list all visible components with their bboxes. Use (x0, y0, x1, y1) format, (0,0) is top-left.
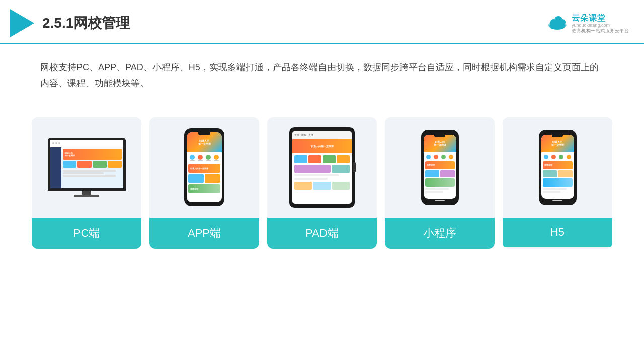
card-pc-label: PC端 (32, 218, 141, 249)
svg-point-8 (550, 25, 565, 30)
phone-card-text-2: 推荐课程 (190, 188, 198, 190)
card-app-image: 职通人的第一堂网课 (149, 117, 259, 218)
pad-block (323, 155, 336, 163)
phone-small-card (188, 174, 204, 183)
card-app: 职通人的第一堂网课 (149, 117, 259, 249)
h5-screen-banner: 职通人的第一堂网课 (541, 135, 574, 152)
phone-icons-row (188, 154, 220, 162)
pc-mini-card (93, 161, 107, 168)
description-text: 网校支持PC、APP、PAD、小程序、H5，实现多端打通，产品各终端自由切换，数… (0, 44, 644, 102)
card-h5: 职通人的第一堂网课 推荐课程 (503, 117, 612, 249)
pc-nav-bar (50, 140, 123, 147)
pc-nav-dot (58, 142, 60, 144)
mini-screen-banner: 职通人的第一堂网课 (424, 135, 456, 152)
card-h5-label: H5 (503, 218, 612, 247)
phone-screen: 职通人的第一堂网课 (187, 132, 222, 202)
pc-base (74, 195, 99, 197)
phone-icon-label (214, 160, 219, 161)
phone-content: 职通人的第一堂网课 推荐课程 (187, 152, 222, 195)
mini-screen-content: 推荐课程 (424, 152, 456, 194)
h5-icons-row (543, 154, 573, 160)
pad-block (294, 155, 307, 163)
mini-card-2 (425, 178, 455, 187)
pad-banner: 职通人的第一堂网课 (292, 139, 352, 153)
pc-row-line (63, 170, 116, 172)
logo-triangle-icon (10, 9, 34, 37)
pc-cards-row (63, 161, 122, 168)
brand-logo: 云朵课堂 yunduoketang.com 教育机构一站式服务云平台 (546, 13, 629, 34)
pad-block-d (313, 182, 331, 190)
phone-device-mockup: 职通人的第一堂网课 (184, 128, 224, 206)
pad-text-row-2 (294, 178, 328, 180)
card-h5-image: 职通人的第一堂网课 推荐课程 (503, 117, 612, 218)
h5-device-mockup: 职通人的第一堂网课 推荐课程 (539, 130, 577, 205)
phone-icon-circle (190, 155, 195, 160)
phone-icon-item (198, 155, 203, 161)
pad-screen-top: 首页课程直播 (292, 131, 352, 139)
card-pc: 职通人的第一堂网课 (32, 117, 141, 249)
h5-icon (567, 155, 571, 159)
mini-card-1: 推荐课程 (425, 161, 455, 169)
pc-rows (63, 170, 122, 177)
h5-small-card (558, 170, 573, 177)
card-miniprogram: 职通人的第一堂网课 推荐课程 (385, 117, 495, 249)
header-right: 云朵课堂 yunduoketang.com 教育机构一站式服务云平台 (546, 13, 629, 34)
h5-text-line-2 (543, 191, 560, 193)
card-app-label: APP端 (149, 218, 259, 249)
pad-row (294, 155, 350, 163)
h5-icon (544, 155, 548, 159)
h5-card-text: 推荐课程 (544, 164, 552, 166)
mini-text-line-2 (425, 191, 443, 193)
phone-icon-item (214, 155, 219, 161)
card-pad-image: 首页课程直播 职通人的第一堂网课 (267, 117, 377, 218)
phone-icon-item (206, 155, 211, 161)
pc-mini-card (108, 161, 122, 168)
phone-icon-item (190, 155, 195, 161)
mini-phone-screen: 职通人的第一堂网课 推荐课程 (424, 135, 456, 199)
mini-small-card (425, 170, 440, 177)
card-pad-label: PAD端 (267, 218, 377, 249)
phone-icon-circle (214, 155, 219, 160)
pc-mini-card (63, 161, 77, 168)
pad-block-c (294, 182, 312, 190)
h5-phone-screen: 职通人的第一堂网课 推荐课程 (541, 135, 574, 199)
pc-mini-card (77, 161, 92, 168)
card-pad: 首页课程直播 职通人的第一堂网课 (267, 117, 377, 249)
pc-banner: 职通人的第一堂网课 (63, 149, 122, 160)
phone-screen-banner: 职通人的第一堂网课 (187, 132, 222, 152)
pc-row-line (63, 172, 104, 174)
phone-banner-text: 职通人的第一堂网课 (198, 139, 211, 146)
pad-block (337, 155, 350, 163)
pad-row-3 (294, 182, 350, 190)
pad-screen-nav: 首页课程直播 (294, 133, 313, 136)
mini-icon (441, 155, 446, 159)
header: 2.5.1网校管理 云朵课堂 yunduoketang.com 教育机构 (0, 0, 644, 44)
card-miniprogram-image: 职通人的第一堂网课 推荐课程 (385, 117, 495, 218)
pad-block (308, 155, 321, 163)
h5-card-2 (543, 178, 573, 187)
mini-card-text: 推荐课程 (427, 164, 435, 166)
pad-main-content (292, 153, 352, 192)
h5-screen-content: 推荐课程 (541, 152, 574, 194)
brand-name: 云朵课堂 (572, 13, 629, 23)
phone-icon-circle (198, 155, 203, 160)
phone-small-cards (188, 174, 220, 183)
card-pc-image: 职通人的第一堂网课 (32, 117, 141, 218)
h5-icon (551, 155, 556, 159)
h5-separator-line (552, 200, 562, 201)
pad-block-sm (332, 165, 350, 173)
brand-tagline: 教育机构一站式服务云平台 (572, 28, 629, 34)
phone-icon-label (206, 160, 211, 161)
phone-card-item-2: 推荐课程 (188, 184, 220, 193)
phone-icon-label (198, 160, 203, 161)
brand-text: 云朵课堂 yunduoketang.com 教育机构一站式服务云平台 (572, 13, 629, 34)
phone-card-item: 职通人的第一堂网课 (188, 164, 220, 173)
pc-stand (82, 191, 91, 195)
h5-icon (559, 155, 564, 159)
miniprogram-device-mockup: 职通人的第一堂网课 推荐课程 (421, 130, 459, 205)
mini-icon (434, 155, 438, 159)
pc-nav-dot (55, 142, 57, 144)
mini-icon (426, 155, 431, 159)
mini-phone-notch (434, 135, 445, 137)
phone-icon-label (190, 160, 195, 161)
